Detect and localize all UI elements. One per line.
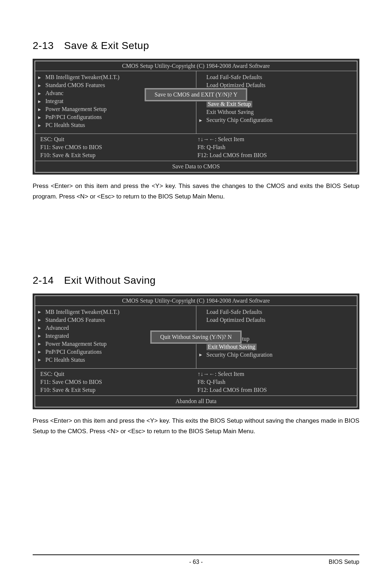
paragraph-exit-without-saving: Press <Enter> on this item and press the… [33,416,359,437]
menu-item[interactable]: Integrated [45,333,69,339]
menu-item[interactable]: Load Optimized Defaults [207,82,266,89]
page-footer: - 63 - BIOS Setup [33,554,359,565]
menu-item-selected[interactable]: Save & Exit Setup [207,101,253,107]
menu-item[interactable]: Load Fail-Safe Defaults [207,74,262,81]
menu-item[interactable]: Advanc [45,90,64,97]
arrow-right-icon: ▶ [38,310,41,314]
help-key: F10: Save & Exit Setup [39,386,196,394]
help-key: ↑↓→←: Select Item [196,370,353,378]
arrow-right-icon: ▶ [38,350,41,354]
arrow-right-icon: ▶ [38,358,41,362]
help-key: F8: Q-Flash [196,143,353,151]
page-number: - 63 - [189,559,203,565]
menu-item[interactable]: Security Chip Configuration [207,117,273,123]
bios-right-column: ▶Load Fail-Safe Defaults ▶Load Optimized… [196,71,357,134]
help-key: F12: Load CMOS from BIOS [196,386,353,394]
menu-item[interactable]: PC Health Status [45,122,85,128]
heading-exit-without-saving: 2-14 Exit Without Saving [33,275,359,286]
menu-item[interactable]: MB Intelligent Tweaker(M.I.T.) [45,74,119,81]
arrow-right-icon: ▶ [38,83,41,87]
help-key: ESC: Quit [39,135,196,143]
menu-item[interactable]: Power Management Setup [45,341,107,347]
menu-item[interactable]: PC Health Status [45,357,85,363]
arrow-right-icon: ▶ [38,326,41,330]
help-key: F8: Q-Flash [196,378,353,386]
arrow-right-icon: ▶ [199,118,202,122]
menu-item[interactable]: Load Fail-Safe Defaults [207,309,262,315]
menu-item[interactable]: Standard CMOS Features [45,82,105,89]
bios-status: Save Data to CMOS [35,161,357,172]
help-key: F11: Save CMOS to BIOS [39,143,196,151]
help-key: F11: Save CMOS to BIOS [39,378,196,386]
arrow-right-icon: ▶ [38,318,41,322]
help-key: F10: Save & Exit Setup [39,151,196,159]
bios-screenshot-save-exit: CMOS Setup Utility-Copyright (C) 1984-20… [33,59,359,175]
arrow-right-icon: ▶ [38,99,41,103]
bios-status: Abandon all Data [35,396,357,407]
menu-item[interactable]: Integrat [45,98,64,104]
menu-item[interactable]: MB Intelligent Tweaker(M.I.T.) [45,309,119,315]
arrow-right-icon: ▶ [38,75,41,79]
arrow-right-icon: ▶ [38,334,41,338]
heading-save-exit: 2-13 Save & Exit Setup [33,40,359,52]
arrow-right-icon: ▶ [38,107,41,111]
bios-help-bar: ESC: Quit ↑↓→←: Select Item F11: Save CM… [35,134,357,161]
arrow-right-icon: ▶ [38,342,41,346]
menu-item[interactable]: Security Chip Configuration [207,352,273,358]
menu-item[interactable]: Load Optimized Defaults [207,317,266,323]
confirm-dialog[interactable]: Quit Without Saving (Y/N)? N [150,331,241,344]
help-key: F12: Load CMOS from BIOS [196,151,353,159]
bios-left-column: ▶MB Intelligent Tweaker(M.I.T.) ▶Standar… [35,71,196,134]
bios-title: CMOS Setup Utility-Copyright (C) 1984-20… [35,296,357,306]
bios-screenshot-exit-without-saving: CMOS Setup Utility-Copyright (C) 1984-20… [33,294,359,409]
arrow-right-icon: ▶ [38,115,41,119]
menu-item-selected[interactable]: Exit Without Saving [207,344,257,350]
paragraph-save-exit: Press <Enter> on this item and press the… [33,181,359,202]
bios-title: CMOS Setup Utility-Copyright (C) 1984-20… [35,61,357,71]
arrow-right-icon: ▶ [38,91,41,95]
menu-item[interactable]: Exit Without Saving [207,109,254,115]
arrow-right-icon: ▶ [199,353,202,357]
menu-item[interactable]: PnP/PCI Configurations [45,349,102,355]
help-key: ↑↓→←: Select Item [196,135,353,143]
menu-item[interactable]: Standard CMOS Features [45,317,105,323]
help-key: ESC: Quit [39,370,196,378]
menu-item[interactable]: PnP/PCI Configurations [45,114,102,120]
menu-item[interactable]: Advanced [45,325,69,331]
confirm-dialog[interactable]: Save to CMOS and EXIT (Y/N)? Y [145,88,247,101]
bios-help-bar: ESC: Quit ↑↓→←: Select Item F11: Save CM… [35,369,357,396]
menu-item[interactable]: Power Management Setup [45,106,107,112]
chapter-label: BIOS Setup [203,559,359,565]
arrow-right-icon: ▶ [38,123,41,127]
